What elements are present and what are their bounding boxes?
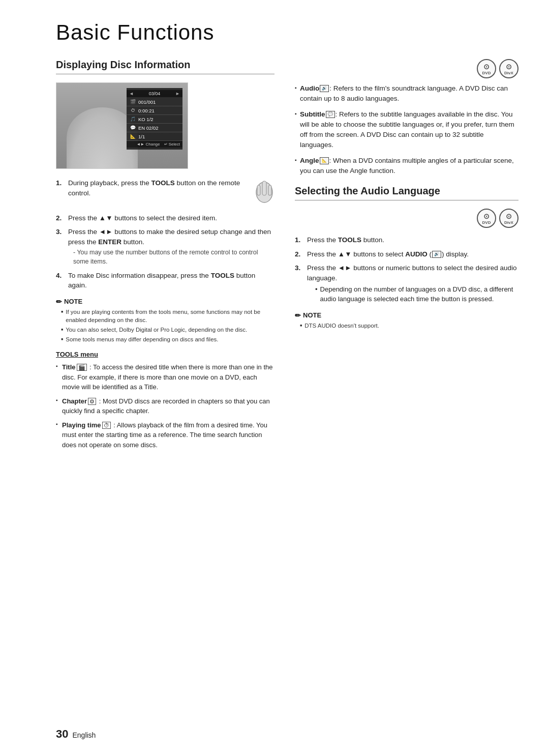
page-number: 30 (56, 728, 68, 741)
angle-inline-icon: 📐 (320, 157, 329, 164)
step-2: 2. Press the ▲▼ buttons to select the de… (56, 213, 274, 223)
audio-step-icon: 🔊 (432, 251, 441, 258)
note-section-1: ✏ NOTE If you are playing contents from … (56, 298, 274, 343)
note-pencil-icon: ✏ (56, 298, 62, 306)
note-item-dts: DTS AUDIO doesn't support. (300, 322, 518, 330)
steps-list: 1. During playback, press the TOOLS butt… (56, 178, 274, 290)
overlay-angle-icon: 📐 (129, 133, 136, 140)
overlay-time-icon: ⏱ (129, 107, 136, 114)
svg-rect-3 (268, 185, 271, 195)
audio-divx-icon: ⊙ DivX (499, 209, 518, 228)
note-list-1: If you are playing contents from the too… (56, 308, 274, 343)
page-language: English (72, 731, 96, 739)
divx-disc-icon: ⊙ DivX (499, 59, 518, 78)
section1-title: Displaying Disc Information (56, 59, 274, 74)
remote-hand-icon (254, 178, 274, 209)
overlay-title-icon: 🎬 (129, 98, 136, 105)
audio-steps: 1. Press the TOOLS button. 2. Press the … (295, 235, 518, 304)
audio-bullet: Audio🔊: Refers to the film's soundtrack … (295, 83, 518, 104)
note-label-2: NOTE (303, 311, 321, 319)
angle-bullet: Angle📐: When a DVD contains multiple ang… (295, 156, 518, 177)
tools-menu-title: TOOLS menu (56, 351, 274, 358)
subtitle-inline-icon: 💬 (326, 111, 335, 118)
note-item: If you are playing contents from the too… (61, 308, 274, 324)
overlay-change-btn: ◄► Change (136, 142, 160, 147)
step-1: 1. During playback, press the TOOLS butt… (56, 178, 274, 209)
disc-overlay: ◄ 03/04 ► 🎬 001/001 ⏱ 0:00:21 🎵 KO 1 (127, 88, 182, 150)
note-pencil-icon-2: ✏ (295, 311, 301, 319)
section2-title: Selecting the Audio Language (295, 185, 518, 200)
dvd-disc-icon: ⊙ DVD (477, 59, 496, 78)
tools-item-playtime: Playing time⏱ : Allows playback of the f… (56, 420, 274, 450)
tools-menu-list: Title🎬 : To access the desired title whe… (56, 362, 274, 450)
left-column: Displaying Disc Information ◄ 03/04 ► 🎬 … (56, 59, 274, 454)
note-item: You can also select, Dolby Digital or Pr… (61, 326, 274, 334)
overlay-select-btn: ↵ Select (164, 142, 180, 147)
audio-inline-icon: 🔊 (320, 85, 329, 92)
audio-step-2: 2. Press the ▲▼ buttons to select AUDIO … (295, 249, 518, 259)
tools-item-chapter: Chapter⚙ : Most DVD discs are recorded i… (56, 396, 274, 416)
audio-dvd-icon: ⊙ DVD (477, 209, 496, 228)
overlay-subtitle-icon: 💬 (129, 124, 136, 131)
step-3: 3. Press the ◄► buttons to make the desi… (56, 227, 274, 266)
note-section-2: ✏ NOTE DTS AUDIO doesn't support. (295, 311, 518, 330)
audio-disc-icons: ⊙ DVD ⊙ DivX (295, 209, 518, 228)
tools-menu-section: TOOLS menu Title🎬 : To access the desire… (56, 351, 274, 450)
subtitle-bullet: Subtitle💬: Refers to the subtitle langua… (295, 109, 518, 151)
svg-rect-1 (262, 181, 266, 195)
page-title: Basic Functions (56, 20, 518, 45)
tools-item-title: Title🎬 : To access the desired title whe… (56, 362, 274, 392)
step-4: 4. To make Disc information disappear, p… (56, 271, 274, 290)
audio-language-section: Selecting the Audio Language ⊙ DVD ⊙ Div… (295, 185, 518, 330)
page-footer: 30 English (56, 728, 96, 741)
svg-rect-2 (257, 185, 260, 195)
note-item: Some tools menus may differ depending on… (61, 335, 274, 343)
feature-bullets: Audio🔊: Refers to the film's soundtrack … (295, 83, 518, 176)
disc-screenshot: ◄ 03/04 ► 🎬 001/001 ⏱ 0:00:21 🎵 KO 1 (56, 82, 188, 169)
overlay-audio-icon: 🎵 (129, 115, 136, 123)
note-list-2: DTS AUDIO doesn't support. (295, 322, 518, 330)
audio-step-3: 3. Press the ◄► buttons or numeric butto… (295, 263, 518, 304)
audio-step-1: 1. Press the TOOLS button. (295, 235, 518, 245)
disc-icons-row: ⊙ DVD ⊙ DivX (295, 59, 518, 78)
note-label-1: NOTE (64, 298, 82, 305)
right-column: ⊙ DVD ⊙ DivX Audio🔊: Refers to the film'… (295, 59, 518, 454)
